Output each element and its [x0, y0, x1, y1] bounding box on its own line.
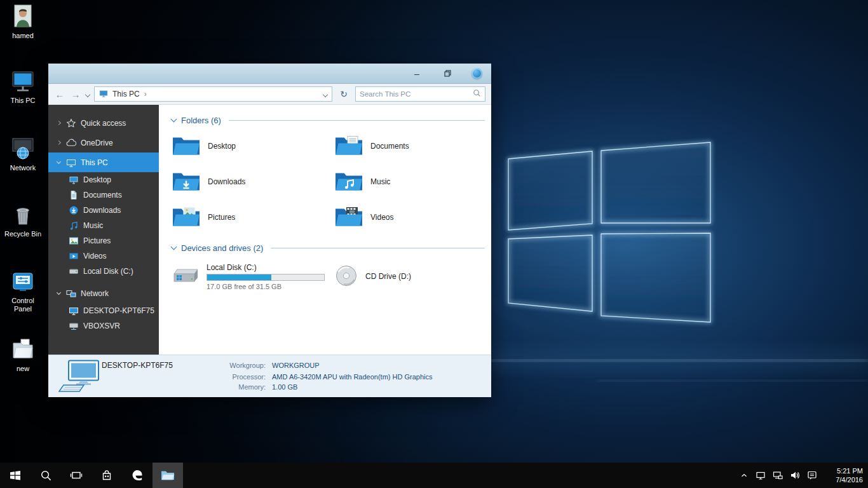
folders-section-header[interactable]: Folders (6) [172, 113, 485, 127]
sidebar-item-label: OneDrive [81, 139, 113, 147]
network-tray-icon[interactable] [773, 470, 783, 480]
task-view-button[interactable] [61, 463, 92, 488]
sidebar-item-network[interactable]: Network [48, 283, 159, 303]
address-dropdown-caret-icon[interactable] [323, 90, 327, 98]
minimize-button[interactable]: – [410, 67, 423, 80]
sidebar-item-local-disk[interactable]: Local Disk (C:) [48, 264, 159, 279]
refresh-button[interactable]: ↻ [337, 89, 351, 99]
breadcrumb-location[interactable]: This PC [112, 90, 140, 98]
drive-tile-local-disk-c[interactable]: Local Disk (C:) 17.0 GB free of 31.5 GB [172, 260, 334, 293]
collapse-chevron-icon[interactable] [171, 244, 177, 250]
search-box[interactable] [355, 86, 485, 102]
back-button[interactable]: ← [54, 89, 65, 100]
store-button[interactable] [92, 463, 122, 488]
desktop-icon-label: new [17, 365, 29, 373]
close-button[interactable] [471, 68, 482, 79]
forward-button[interactable]: → [70, 89, 81, 100]
pc-icon [66, 158, 76, 168]
expander-icon[interactable] [55, 121, 62, 125]
desktop-icon-label: This PC [10, 97, 35, 105]
folder-tile-desktop[interactable]: Desktop [172, 132, 334, 159]
network-icon [66, 288, 76, 299]
folder-tile-documents[interactable]: Documents [334, 132, 497, 159]
sidebar-item-videos[interactable]: Videos [48, 248, 159, 264]
sidebar-item-pictures[interactable]: Pictures [48, 233, 159, 248]
restore-button[interactable] [441, 67, 454, 80]
search-icon [40, 470, 52, 482]
desktop-icon-label: hamed [12, 32, 34, 40]
expander-icon[interactable] [55, 292, 62, 294]
system-tray: 5:21 PM 7/4/2016 [740, 463, 868, 488]
desktop-icon-control-panel[interactable]: Control Panel [3, 269, 43, 314]
devices-section-header[interactable]: Devices and drives (2) [172, 241, 485, 255]
folder-tile-videos[interactable]: Videos [334, 203, 497, 231]
section-divider [271, 248, 485, 248]
desktop-icon-this-pc[interactable]: This PC [3, 69, 43, 105]
desktop-icon-label: Control Panel [3, 297, 43, 313]
tile-label: Music [370, 177, 390, 186]
sidebar-item-label: Downloads [83, 206, 121, 215]
volume-icon[interactable] [790, 470, 800, 480]
expander-icon[interactable] [55, 161, 62, 163]
drive-tile-cd-d[interactable]: CD Drive (D:) [334, 260, 497, 293]
folder-tile-downloads[interactable]: Downloads [172, 168, 334, 195]
taskbar-clock[interactable]: 5:21 PM 7/4/2016 [826, 466, 863, 485]
sidebar-item-desktop[interactable]: Desktop [48, 172, 159, 187]
computer-name: DESKTOP-KPT6F75 [102, 361, 203, 370]
action-center-icon[interactable] [807, 470, 817, 480]
expander-icon[interactable] [55, 141, 62, 144]
collapse-chevron-icon[interactable] [171, 116, 177, 123]
sidebar-item-label: Desktop [83, 175, 111, 184]
sidebar-item-downloads[interactable]: Downloads [48, 203, 159, 218]
sidebar-item-this-pc[interactable]: This PC [48, 152, 159, 172]
desktop-icon-label: Recycle Bin [4, 230, 41, 238]
folder-tile-music[interactable]: Music [334, 168, 497, 195]
network-share-icon [69, 321, 79, 331]
recent-locations-caret-icon[interactable] [86, 90, 90, 98]
show-hidden-icons-caret-icon[interactable] [740, 471, 749, 480]
sidebar-item-music[interactable]: Music [48, 218, 159, 233]
sidebar-item-quick-access[interactable]: Quick access [48, 113, 159, 133]
desktop-icon-hamed[interactable]: hamed [3, 4, 43, 41]
tile-label: Local Disk (C:) [207, 263, 325, 272]
search-input[interactable] [360, 90, 473, 98]
details-pane: DESKTOP-KPT6F75 Workgroup: WORKGROUP Pro… [48, 355, 491, 397]
sidebar-item-desktop-kpt6f75[interactable]: DESKTOP-KPT6F75 [48, 303, 159, 318]
folder-icon [3, 337, 43, 362]
start-button[interactable] [0, 463, 31, 488]
detail-value: AMD A6-3420M APU with Radeon(tm) HD Grap… [272, 373, 432, 381]
sidebar-item-onedrive[interactable]: OneDrive [48, 133, 159, 152]
cloud-icon [66, 138, 76, 148]
task-view-icon [70, 469, 83, 482]
tile-label: Desktop [208, 142, 236, 151]
document-icon [69, 190, 79, 200]
computer-icon [58, 360, 100, 394]
address-bar[interactable]: This PC › [94, 86, 332, 102]
clock-date: 7/4/2016 [826, 475, 863, 484]
detail-label: Workgroup: [210, 362, 266, 369]
file-explorer-icon [160, 468, 175, 482]
devices-grid: Local Disk (C:) 17.0 GB free of 31.5 GB … [172, 260, 485, 293]
edge-button[interactable] [122, 463, 153, 488]
desktop-icon-label: Network [10, 164, 36, 172]
breadcrumb-separator[interactable]: › [144, 90, 147, 98]
folder-content-area: Folders (6) Desktop Documents [159, 105, 491, 355]
desktop-icon-recycle-bin[interactable]: Recycle Bin [3, 202, 43, 239]
file-explorer-button[interactable] [153, 463, 183, 488]
disk-free-space-text: 17.0 GB free of 31.5 GB [207, 283, 325, 290]
folder-icon-music [334, 169, 363, 194]
desktop-icon-network[interactable]: Network [3, 136, 43, 173]
sidebar-item-documents[interactable]: Documents [48, 187, 159, 203]
search-icon[interactable] [473, 89, 481, 99]
titlebar[interactable]: – [48, 64, 491, 84]
display-tray-icon[interactable] [756, 470, 766, 480]
sidebar-item-label: Videos [83, 252, 106, 261]
sidebar-item-label: Documents [83, 191, 122, 200]
taskbar-search-button[interactable] [31, 463, 61, 488]
desktop-icon-new-folder[interactable]: new [3, 337, 43, 374]
folder-tile-pictures[interactable]: Pictures [172, 203, 334, 231]
download-icon [69, 205, 79, 215]
sidebar-item-vboxsvr[interactable]: VBOXSVR [48, 318, 159, 334]
location-pc-icon [99, 89, 108, 100]
store-bag-icon [100, 469, 113, 482]
